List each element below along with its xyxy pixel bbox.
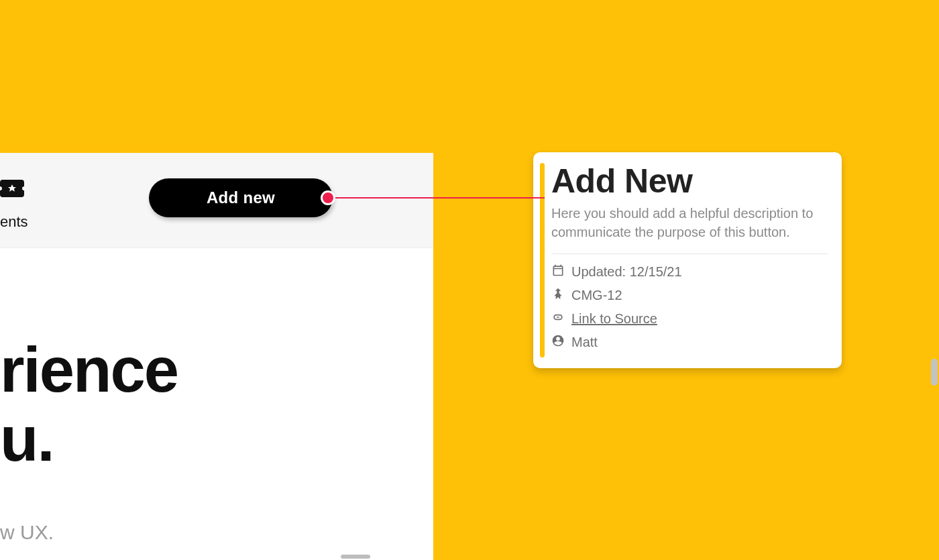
hero-line2: u.	[0, 404, 54, 474]
card-accent-bar	[540, 163, 545, 357]
card-title: Add New	[551, 163, 828, 200]
card-divider	[551, 254, 828, 254]
person-icon	[551, 334, 565, 351]
annotation-card: Add New Here you should add a helpful de…	[533, 152, 842, 368]
add-new-button-label: Add new	[207, 188, 275, 207]
meta-updated: Updated: 12/15/21	[551, 264, 828, 280]
meta-issue-key: CMG-12	[571, 288, 622, 303]
meta-link: Link to Source	[551, 311, 828, 327]
hero-line1: rience	[0, 335, 178, 405]
jira-icon	[551, 287, 565, 304]
canvas-background: ents Add new rience u. w UX. Add New Her…	[0, 0, 939, 560]
meta-link-to-source[interactable]: Link to Source	[571, 311, 657, 327]
add-new-button[interactable]: Add new	[149, 178, 333, 217]
app-panel-header: ents Add new	[0, 153, 433, 248]
app-panel: ents Add new rience u. w UX.	[0, 153, 433, 560]
ticket-icon	[0, 180, 24, 200]
meta-updated-text: Updated: 12/15/21	[571, 264, 682, 280]
hero-section: rience u. w UX.	[0, 248, 433, 544]
meta-owner-name: Matt	[571, 335, 598, 350]
meta-issue: CMG-12	[551, 287, 828, 304]
annotation-connector-dot	[321, 190, 335, 205]
card-description: Here you should add a helpful descriptio…	[551, 204, 828, 241]
nav-tab-label[interactable]: ents	[0, 213, 28, 231]
annotation-connector-line	[329, 197, 545, 199]
hero-heading: rience u.	[0, 335, 433, 474]
hero-subtext: w UX.	[0, 521, 433, 544]
card-body: Add New Here you should add a helpful de…	[551, 163, 831, 357]
calendar-icon	[551, 264, 565, 280]
meta-owner: Matt	[551, 334, 828, 351]
link-icon	[551, 311, 565, 327]
scrollbar-thumb[interactable]	[931, 359, 938, 386]
drag-handle[interactable]	[341, 555, 370, 559]
